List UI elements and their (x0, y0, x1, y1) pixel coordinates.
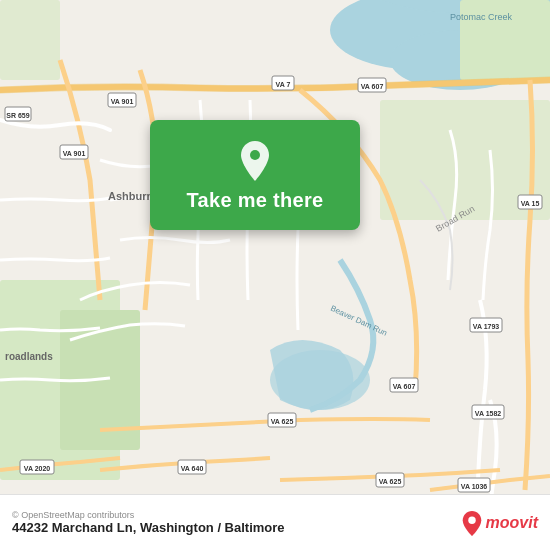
action-button-label: Take me there (187, 189, 324, 212)
copyright-text: © OpenStreetMap contributors (12, 510, 285, 520)
svg-text:VA 607: VA 607 (393, 383, 416, 390)
svg-text:Ashburn: Ashburn (108, 190, 154, 202)
svg-text:VA 901: VA 901 (111, 98, 134, 105)
svg-text:SR 659: SR 659 (6, 112, 29, 119)
svg-text:VA 1036: VA 1036 (461, 483, 488, 490)
svg-text:VA 640: VA 640 (181, 465, 204, 472)
svg-point-42 (250, 150, 260, 160)
svg-rect-6 (0, 0, 60, 80)
svg-text:roadlands: roadlands (5, 351, 53, 362)
moovit-logo-text: moovit (486, 514, 538, 532)
location-pin-icon (237, 139, 273, 183)
svg-text:VA 2020: VA 2020 (24, 465, 51, 472)
map-background: VA 7 VA 901 VA 901 SR 659 VA 607 VA 607 … (0, 0, 550, 550)
bottom-bar: © OpenStreetMap contributors 44232 March… (0, 494, 550, 550)
address-info: © OpenStreetMap contributors 44232 March… (12, 510, 285, 535)
svg-text:VA 901: VA 901 (63, 150, 86, 157)
svg-text:VA 607: VA 607 (361, 83, 384, 90)
svg-text:VA 15: VA 15 (521, 200, 540, 207)
svg-text:Potomac Creek: Potomac Creek (450, 12, 513, 22)
map-container: VA 7 VA 901 VA 901 SR 659 VA 607 VA 607 … (0, 0, 550, 550)
svg-text:VA 625: VA 625 (379, 478, 402, 485)
moovit-logo: moovit (461, 510, 538, 536)
svg-text:VA 1793: VA 1793 (473, 323, 500, 330)
svg-text:VA 1582: VA 1582 (475, 410, 502, 417)
take-me-there-button[interactable]: Take me there (150, 120, 360, 230)
svg-text:VA 625: VA 625 (271, 418, 294, 425)
svg-point-43 (468, 516, 475, 523)
address-text: 44232 Marchand Ln, Washington / Baltimor… (12, 520, 285, 535)
moovit-pin-icon (461, 510, 483, 536)
svg-text:VA 7: VA 7 (276, 81, 291, 88)
